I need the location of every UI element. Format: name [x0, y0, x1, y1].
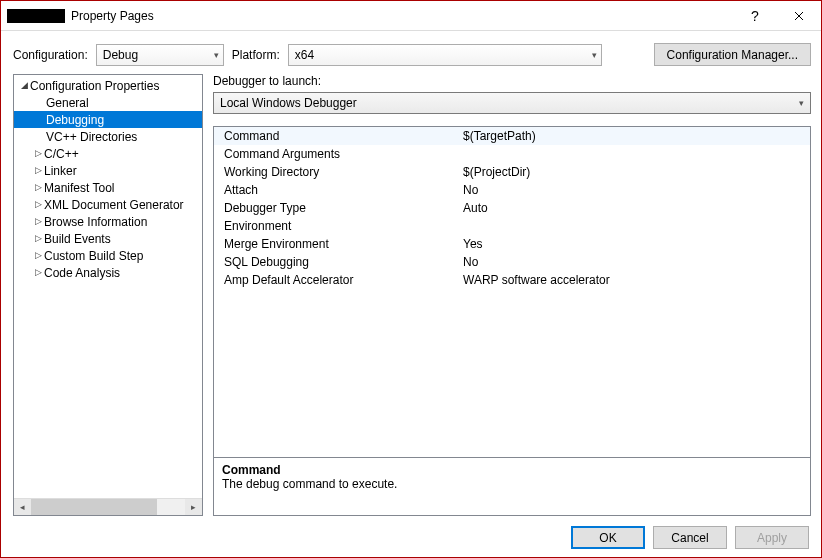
property-value[interactable]: $(TargetPath): [457, 129, 810, 143]
property-name: Command: [214, 129, 457, 143]
title-redaction: [7, 9, 65, 23]
platform-value: x64: [295, 48, 314, 62]
tree-item-label: Debugging: [46, 113, 104, 127]
tree-item-label: Linker: [44, 164, 77, 178]
cancel-button[interactable]: Cancel: [653, 526, 727, 549]
property-value[interactable]: WARP software accelerator: [457, 273, 810, 287]
property-row[interactable]: SQL DebuggingNo: [214, 253, 810, 271]
property-row[interactable]: Amp Default AcceleratorWARP software acc…: [214, 271, 810, 289]
tree-item-label: General: [46, 96, 89, 110]
configuration-manager-button[interactable]: Configuration Manager...: [654, 43, 811, 66]
apply-button[interactable]: Apply: [735, 526, 809, 549]
property-row[interactable]: Environment: [214, 217, 810, 235]
configuration-label: Configuration:: [13, 48, 88, 62]
title-bar: Property Pages ?: [1, 1, 821, 31]
description-text: The debug command to execute.: [222, 477, 802, 491]
property-name: Command Arguments: [214, 147, 457, 161]
property-name: Merge Environment: [214, 237, 457, 251]
debugger-launch-label: Debugger to launch:: [213, 74, 811, 88]
close-button[interactable]: [777, 1, 821, 30]
property-value[interactable]: $(ProjectDir): [457, 165, 810, 179]
property-value[interactable]: Auto: [457, 201, 810, 215]
tree-item[interactable]: Debugging: [14, 111, 202, 128]
chevron-down-icon: ▾: [592, 50, 597, 60]
property-value[interactable]: No: [457, 255, 810, 269]
tree-item[interactable]: General: [14, 94, 202, 111]
tree-item[interactable]: ▷Build Events: [14, 230, 202, 247]
tree-item-label: Manifest Tool: [44, 181, 114, 195]
config-tree[interactable]: ◢ Configuration Properties GeneralDebugg…: [14, 75, 202, 498]
chevron-down-icon: ▾: [214, 50, 219, 60]
property-row[interactable]: Merge EnvironmentYes: [214, 235, 810, 253]
tree-root-label: Configuration Properties: [30, 79, 159, 93]
platform-dropdown[interactable]: x64 ▾: [288, 44, 602, 66]
config-toolbar: Configuration: Debug ▾ Platform: x64 ▾ C…: [1, 31, 821, 74]
tree-expand-icon[interactable]: ▷: [32, 148, 44, 158]
property-row[interactable]: Debugger TypeAuto: [214, 199, 810, 217]
configuration-value: Debug: [103, 48, 138, 62]
ok-button[interactable]: OK: [571, 526, 645, 549]
tree-item-label: VC++ Directories: [46, 130, 137, 144]
dialog-footer: OK Cancel Apply: [1, 516, 821, 549]
property-name: Debugger Type: [214, 201, 457, 215]
tree-expand-icon[interactable]: ▷: [32, 250, 44, 260]
tree-expand-icon[interactable]: ▷: [32, 267, 44, 277]
configuration-dropdown[interactable]: Debug ▾: [96, 44, 224, 66]
help-button[interactable]: ?: [733, 1, 777, 30]
tree-root[interactable]: ◢ Configuration Properties: [14, 77, 202, 94]
tree-item-label: Browse Information: [44, 215, 147, 229]
scroll-right-button[interactable]: ▸: [185, 499, 202, 515]
property-row[interactable]: Working Directory$(ProjectDir): [214, 163, 810, 181]
tree-item-label: Code Analysis: [44, 266, 120, 280]
property-name: SQL Debugging: [214, 255, 457, 269]
tree-item[interactable]: VC++ Directories: [14, 128, 202, 145]
platform-label: Platform:: [232, 48, 280, 62]
scroll-thumb[interactable]: [31, 499, 157, 515]
tree-item-label: XML Document Generator: [44, 198, 184, 212]
property-row[interactable]: Command Arguments: [214, 145, 810, 163]
property-name: Amp Default Accelerator: [214, 273, 457, 287]
tree-expand-icon[interactable]: ▷: [32, 182, 44, 192]
tree-item[interactable]: ▷Custom Build Step: [14, 247, 202, 264]
tree-item-label: Custom Build Step: [44, 249, 143, 263]
tree-item[interactable]: ▷Browse Information: [14, 213, 202, 230]
tree-collapse-icon[interactable]: ◢: [18, 80, 30, 90]
tree-expand-icon[interactable]: ▷: [32, 233, 44, 243]
property-row[interactable]: Command$(TargetPath): [214, 127, 810, 145]
chevron-down-icon: ▾: [799, 98, 804, 108]
debugger-launch-dropdown[interactable]: Local Windows Debugger ▾: [213, 92, 811, 114]
tree-item[interactable]: ▷Linker: [14, 162, 202, 179]
tree-expand-icon[interactable]: ▷: [32, 165, 44, 175]
tree-item[interactable]: ▷Code Analysis: [14, 264, 202, 281]
property-grid: Command$(TargetPath)Command ArgumentsWor…: [213, 126, 811, 516]
scroll-track[interactable]: [31, 499, 185, 515]
property-name: Environment: [214, 219, 457, 233]
window-title: Property Pages: [71, 9, 733, 23]
scroll-left-button[interactable]: ◂: [14, 499, 31, 515]
close-icon: [794, 11, 804, 21]
property-value[interactable]: No: [457, 183, 810, 197]
tree-item[interactable]: ▷XML Document Generator: [14, 196, 202, 213]
tree-expand-icon[interactable]: ▷: [32, 199, 44, 209]
tree-panel: ◢ Configuration Properties GeneralDebugg…: [13, 74, 203, 516]
tree-item[interactable]: ▷C/C++: [14, 145, 202, 162]
horizontal-scrollbar[interactable]: ◂ ▸: [14, 498, 202, 515]
property-value[interactable]: Yes: [457, 237, 810, 251]
debugger-launch-value: Local Windows Debugger: [220, 96, 357, 110]
tree-item[interactable]: ▷Manifest Tool: [14, 179, 202, 196]
description-panel: Command The debug command to execute.: [214, 457, 810, 515]
tree-expand-icon[interactable]: ▷: [32, 216, 44, 226]
property-name: Attach: [214, 183, 457, 197]
property-name: Working Directory: [214, 165, 457, 179]
tree-item-label: C/C++: [44, 147, 79, 161]
tree-item-label: Build Events: [44, 232, 111, 246]
description-title: Command: [222, 463, 802, 477]
property-row[interactable]: AttachNo: [214, 181, 810, 199]
